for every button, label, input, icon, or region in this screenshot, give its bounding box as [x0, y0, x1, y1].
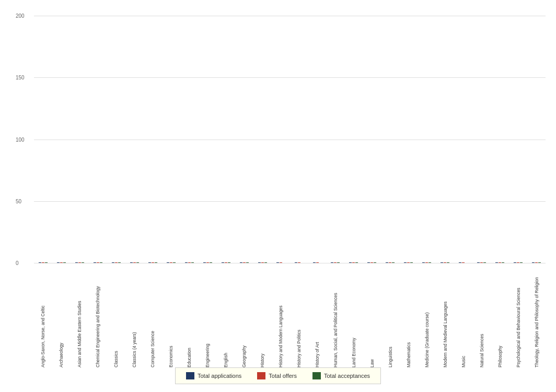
category-group — [162, 16, 180, 263]
x-label-item: Classics (4 years) — [125, 263, 144, 367]
x-label-item: Classics — [107, 263, 125, 367]
legend-item: Total acceptances — [312, 372, 370, 379]
x-label-text: History and Modern Languages — [278, 265, 283, 367]
x-label-item: Anglo-Saxon, Norse, and Celtic — [34, 263, 52, 367]
x-label-item: Linguistics — [381, 263, 399, 367]
x-label-text: Land Economy — [351, 265, 356, 367]
x-label-item: History — [253, 263, 272, 367]
category-group — [217, 16, 235, 263]
x-label-text: Human, Social, and Political Sciences — [333, 265, 338, 367]
legend-item: Total applications — [186, 372, 241, 379]
category-group — [52, 16, 71, 263]
gridline-label: 150 — [16, 75, 25, 80]
x-label-text: Philosophy — [497, 265, 503, 367]
chart-area: 050100150200 Anglo-Saxon, Norse, and Cel… — [0, 5, 556, 367]
category-group — [527, 16, 546, 263]
x-label-text: Economics — [168, 265, 173, 367]
x-label-item: History and Modern Languages — [272, 263, 290, 367]
category-group — [253, 16, 272, 263]
gridlines-and-bars: 050100150200 — [34, 16, 546, 263]
x-label-item: History and Politics — [290, 263, 308, 367]
gridline-label: 100 — [16, 136, 25, 142]
x-label-item: Natural Sciences — [472, 263, 491, 367]
category-group — [144, 16, 162, 263]
x-label-text: Education — [187, 265, 192, 367]
x-label-text: Chemical Engineering and Biotechnology — [95, 265, 100, 367]
category-group — [399, 16, 418, 263]
x-label-text: Music — [461, 265, 466, 367]
y-axis-label — [3, 5, 13, 367]
category-group — [472, 16, 491, 263]
x-label-text: Geography — [241, 265, 247, 367]
x-label-text: History and Politics — [296, 265, 302, 367]
category-group — [125, 16, 144, 263]
bars-wrapper — [34, 16, 546, 263]
x-label-text: Theology, Religion and Philosophy of Rel… — [534, 265, 539, 367]
gridline-label: 50 — [16, 198, 21, 204]
x-label-item: English — [217, 263, 235, 367]
category-group — [235, 16, 253, 263]
x-label-item: Law — [363, 263, 381, 367]
x-label-text: Medicine (Graduate course) — [424, 265, 430, 367]
x-label-item: Chemical Engineering and Biotechnology — [89, 263, 107, 367]
category-group — [436, 16, 454, 263]
category-group — [180, 16, 199, 263]
x-label-text: Archaeology — [59, 265, 64, 367]
x-label-item: Theology, Religion and Philosophy of Rel… — [527, 263, 546, 367]
category-group — [89, 16, 107, 263]
x-label-text: Computer Science — [150, 265, 155, 367]
x-label-item: Human, Social, and Political Sciences — [327, 263, 345, 367]
x-label-text: Engineering — [205, 265, 210, 367]
category-group — [363, 16, 381, 263]
x-label-item: Education — [180, 263, 199, 367]
x-label-item: Philosophy — [491, 263, 509, 367]
legend-color-swatch — [312, 372, 321, 379]
category-group — [308, 16, 327, 263]
category-group — [272, 16, 290, 263]
x-label-text: Modern and Medieval Languages — [443, 265, 448, 367]
x-label-item: Economics — [162, 263, 180, 367]
x-label-item: History of Art — [308, 263, 327, 367]
legend-color-swatch — [186, 372, 194, 379]
x-label-item: Modern and Medieval Languages — [436, 263, 454, 367]
x-label-item: Mathematics — [399, 263, 418, 367]
gridline-label: 200 — [16, 13, 25, 19]
category-group — [381, 16, 399, 263]
gridline-label: 0 — [16, 260, 19, 266]
x-label-item: Computer Science — [144, 263, 162, 367]
category-group — [344, 16, 363, 263]
x-label-item: Music — [454, 263, 472, 367]
x-axis-labels: Anglo-Saxon, Norse, and CelticArchaeolog… — [34, 263, 546, 367]
x-label-text: History — [260, 265, 265, 367]
legend-label: Total acceptances — [324, 373, 370, 379]
x-label-item: Medicine (Graduate course) — [418, 263, 436, 367]
x-label-text: Psychological and Behavioural Sciences — [516, 265, 521, 367]
x-label-text: History of Art — [315, 265, 320, 367]
category-group — [199, 16, 217, 263]
x-label-text: Anglo-Saxon, Norse, and Celtic — [40, 265, 45, 367]
chart-container: 050100150200 Anglo-Saxon, Norse, and Cel… — [0, 0, 556, 392]
legend-label: Total offers — [269, 373, 297, 379]
x-label-text: Natural Sciences — [479, 265, 484, 367]
x-label-item: Asian and Middle Eastern Studies — [71, 263, 89, 367]
category-group — [290, 16, 308, 263]
x-label-text: Classics — [113, 265, 119, 367]
x-label-item: Engineering — [199, 263, 217, 367]
category-group — [454, 16, 472, 263]
x-label-item: Geography — [235, 263, 253, 367]
x-label-text: Classics (4 years) — [132, 265, 137, 367]
plot-area: 050100150200 Anglo-Saxon, Norse, and Cel… — [13, 5, 551, 367]
category-group — [327, 16, 345, 263]
category-group — [34, 16, 52, 263]
x-label-text: Mathematics — [406, 265, 411, 367]
x-label-text: Law — [369, 265, 375, 367]
x-label-item: Psychological and Behavioural Sciences — [509, 263, 527, 367]
legend-item: Total offers — [257, 372, 297, 379]
category-group — [418, 16, 436, 263]
legend: Total applicationsTotal offersTotal acce… — [175, 367, 381, 384]
x-label-text: Asian and Middle Eastern Studies — [77, 265, 82, 367]
x-label-text: Linguistics — [388, 265, 393, 367]
category-group — [107, 16, 125, 263]
x-label-item: Land Economy — [344, 263, 363, 367]
x-label-text: English — [223, 265, 228, 367]
